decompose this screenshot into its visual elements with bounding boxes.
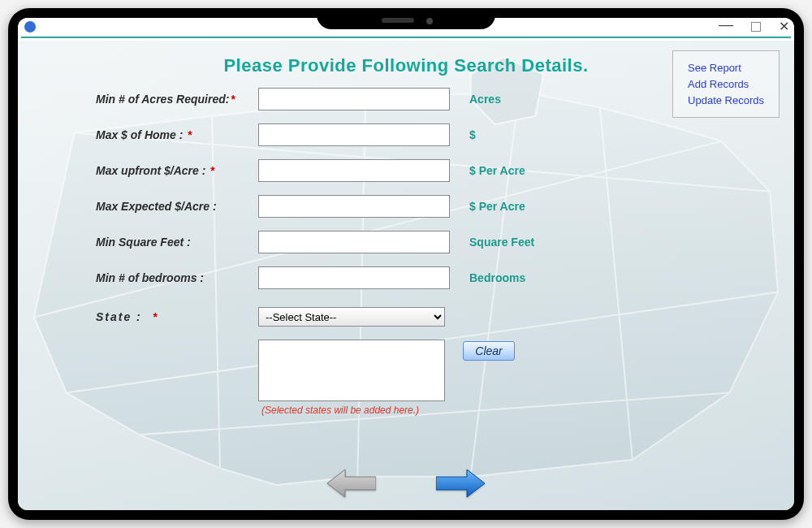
unit-max-expected: $ Per Acre <box>469 200 525 213</box>
window-controls: — ✕ <box>719 19 789 34</box>
add-records-link[interactable]: Add Records <box>688 78 764 90</box>
input-min-sqft[interactable] <box>258 231 450 253</box>
see-report-link[interactable]: See Report <box>688 62 764 74</box>
label-min-acres: Min # of Acres Required:* <box>96 93 258 106</box>
close-icon[interactable]: ✕ <box>779 19 789 34</box>
selected-states-note: (Selected states will be added here.) <box>261 405 445 416</box>
label-max-home: Max $ of Home : * <box>96 128 258 141</box>
maximize-icon[interactable] <box>751 22 761 32</box>
row-min-beds: Min # of bedrooms : Bedrooms <box>96 266 680 289</box>
svg-marker-0 <box>327 470 376 497</box>
content-area: Please Provide Following Search Details.… <box>18 41 794 510</box>
selected-states-listbox[interactable] <box>258 340 445 401</box>
label-min-sqft: Min Square Feet : <box>96 236 258 249</box>
arrow-left-icon <box>327 468 376 499</box>
accent-divider <box>21 37 791 38</box>
update-records-link[interactable]: Update Records <box>688 94 764 106</box>
selected-states-area: (Selected states will be added here.) Cl… <box>258 340 680 416</box>
minimize-icon[interactable]: — <box>719 18 733 32</box>
next-button[interactable] <box>434 468 486 499</box>
device-frame: — ✕ <box>8 8 804 520</box>
navigation-arrows <box>18 468 794 499</box>
back-button[interactable] <box>326 468 378 499</box>
svg-marker-1 <box>436 470 485 497</box>
arrow-right-icon <box>436 468 485 499</box>
row-state: State : * --Select State-- <box>96 307 680 327</box>
unit-min-sqft: Square Feet <box>469 236 534 249</box>
search-form: Min # of Acres Required:* Acres Max $ of… <box>96 88 680 416</box>
label-state: State : * <box>96 310 258 323</box>
unit-max-home: $ <box>469 128 476 141</box>
app-icon <box>24 21 36 32</box>
input-max-home[interactable] <box>258 123 450 146</box>
app-window: — ✕ <box>18 18 794 510</box>
unit-min-beds: Bedrooms <box>469 271 525 284</box>
row-min-acres: Min # of Acres Required:* Acres <box>96 88 680 110</box>
row-min-sqft: Min Square Feet : Square Feet <box>96 231 680 253</box>
quick-links-panel: See Report Add Records Update Records <box>672 50 780 118</box>
input-min-beds[interactable] <box>258 266 450 289</box>
label-max-expected: Max Expected $/Acre : <box>96 200 258 213</box>
row-max-upfront: Max upfront $/Acre : * $ Per Acre <box>96 159 680 182</box>
row-max-expected: Max Expected $/Acre : $ Per Acre <box>96 195 680 218</box>
label-min-beds: Min # of bedrooms : <box>96 271 258 284</box>
clear-button[interactable]: Clear <box>463 341 515 361</box>
unit-min-acres: Acres <box>469 93 501 106</box>
input-min-acres[interactable] <box>258 88 450 110</box>
label-max-upfront: Max upfront $/Acre : * <box>96 164 258 177</box>
input-max-upfront[interactable] <box>258 159 450 182</box>
input-max-expected[interactable] <box>258 195 450 218</box>
unit-max-upfront: $ Per Acre <box>469 164 525 177</box>
select-state[interactable]: --Select State-- <box>258 307 445 327</box>
device-notch <box>317 8 495 29</box>
row-max-home: Max $ of Home : * $ <box>96 123 680 146</box>
